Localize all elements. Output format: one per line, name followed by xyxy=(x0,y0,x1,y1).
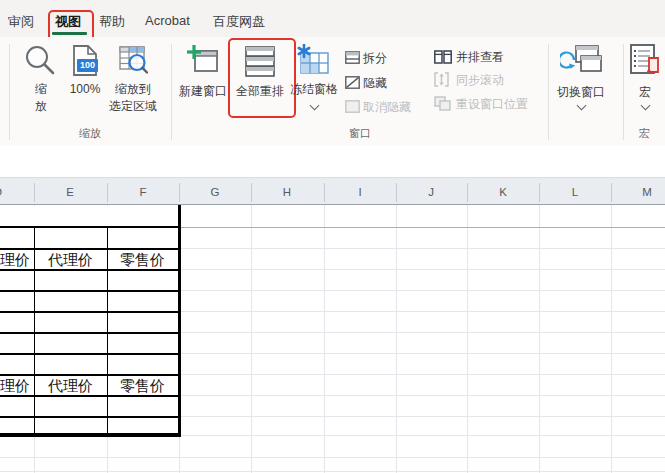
macros-icon xyxy=(629,44,661,76)
zoom-100-badge: 100 xyxy=(77,59,98,72)
group-label-macro: 宏 xyxy=(614,126,665,140)
sheet-cell-price-e[interactable]: 代理价 xyxy=(34,376,107,396)
switch-windows-label: 切换窗口 xyxy=(553,85,609,100)
column-header-j[interactable]: J xyxy=(411,186,451,198)
column-header-k[interactable]: K xyxy=(483,186,523,198)
group-label-zoom: 缩放 xyxy=(50,126,130,140)
column-header-i[interactable]: I xyxy=(340,186,380,198)
sync-scroll-icon xyxy=(434,72,451,87)
unhide-label: 取消隐藏 xyxy=(363,100,411,115)
gridline xyxy=(324,205,325,473)
group-label-window: 窗口 xyxy=(280,126,440,140)
column-header-d[interactable]: D xyxy=(0,186,18,198)
new-window-button[interactable]: 新建窗口 xyxy=(177,44,229,116)
tab-review[interactable]: 审阅 xyxy=(8,13,34,31)
gridline xyxy=(396,205,397,473)
freeze-panes-button[interactable]: 冻结窗格 xyxy=(288,44,340,116)
sheet-cell-price-f[interactable]: 零售价 xyxy=(107,376,178,396)
zoom-to-selection-button[interactable]: 缩放到 选定区域 xyxy=(104,44,162,116)
chevron-down-icon[interactable] xyxy=(577,101,587,111)
split-icon xyxy=(345,51,360,64)
switch-windows-button[interactable]: 切换窗口 xyxy=(553,44,609,116)
column-separator xyxy=(324,183,325,202)
column-separator xyxy=(467,183,468,202)
group-separator xyxy=(171,44,172,140)
zoom-to-selection-label: 选定区域 xyxy=(104,99,162,114)
zoom-button[interactable]: 缩 放 xyxy=(20,44,62,116)
side-by-side-label: 并排查看 xyxy=(456,50,504,65)
freeze-panes-icon xyxy=(297,44,329,75)
hide-label: 隐藏 xyxy=(363,76,387,91)
table-border-row xyxy=(0,332,178,334)
view-side-by-side-button[interactable]: 并排查看 xyxy=(433,49,543,65)
formula-bar-strip[interactable] xyxy=(0,146,665,178)
reset-window-position-icon xyxy=(434,96,451,111)
sheet-cell-price-e[interactable]: 代理价 xyxy=(34,250,107,270)
switch-windows-icon xyxy=(560,44,602,82)
annotation-box-arrange-all xyxy=(228,38,296,118)
gridline xyxy=(539,205,540,473)
table-border-row xyxy=(0,290,178,292)
column-header-f[interactable]: F xyxy=(123,186,163,198)
new-window-label: 新建窗口 xyxy=(177,84,229,99)
zoom-to-selection-label: 缩放到 xyxy=(104,82,162,97)
sheet-cell-price-d[interactable]: 理价 xyxy=(0,376,36,396)
zoom-100-label: 100% xyxy=(64,82,106,97)
hide-button[interactable]: 隐藏 xyxy=(344,75,416,91)
table-border-right-thick xyxy=(178,205,182,437)
group-separator xyxy=(9,44,10,140)
sync-scroll-button[interactable]: 同步滚动 xyxy=(433,72,543,88)
column-header-e[interactable]: E xyxy=(50,186,90,198)
gridline xyxy=(467,205,468,473)
chevron-down-icon[interactable] xyxy=(641,101,651,111)
side-by-side-icon xyxy=(434,50,452,64)
column-header-g[interactable]: G xyxy=(195,186,235,198)
macros-button[interactable]: 宏 xyxy=(626,44,664,116)
zoom-button-label: 放 xyxy=(20,99,62,114)
tab-help[interactable]: 帮助 xyxy=(99,13,125,31)
group-separator xyxy=(548,44,549,140)
zoom-100-button[interactable]: 100 100% xyxy=(64,44,106,116)
hide-icon xyxy=(345,76,360,89)
freeze-panes-label: 冻结窗格 xyxy=(288,82,340,97)
zoom-to-selection-icon xyxy=(118,44,148,74)
sheet-cell-price-d[interactable]: 理价 xyxy=(0,250,36,270)
sheet-cell-empty[interactable] xyxy=(0,206,177,227)
table-border-row xyxy=(0,416,178,418)
zoom-button-label: 缩 xyxy=(20,82,62,97)
reset-window-position-button[interactable]: 重设窗口位置 xyxy=(433,96,553,112)
new-window-icon xyxy=(186,44,220,76)
column-separator xyxy=(34,183,35,202)
column-header-h[interactable]: H xyxy=(267,186,307,198)
table-border-row xyxy=(0,311,178,313)
unhide-icon xyxy=(345,100,360,113)
column-separator xyxy=(396,183,397,202)
ribbon-tab-bar: 审阅 视图 帮助 Acrobat 百度网盘 xyxy=(0,0,665,37)
table-border-row xyxy=(0,353,178,355)
column-separator xyxy=(251,183,252,202)
column-header-l[interactable]: L xyxy=(555,186,595,198)
column-separator xyxy=(107,183,108,202)
table-border-bottom-thick xyxy=(0,433,181,437)
gridline xyxy=(0,457,665,458)
gridline xyxy=(611,205,612,473)
reset-window-position-label: 重设窗口位置 xyxy=(456,97,528,112)
gridline xyxy=(251,205,252,473)
tab-baidu-netdisk[interactable]: 百度网盘 xyxy=(213,13,265,31)
magnifier-icon xyxy=(23,44,57,78)
unhide-button[interactable]: 取消隐藏 xyxy=(344,99,416,115)
column-separator xyxy=(539,183,540,202)
macros-label: 宏 xyxy=(626,85,664,100)
sheet-cell-price-f[interactable]: 零售价 xyxy=(107,250,178,270)
table-border-top xyxy=(0,226,181,228)
column-separator xyxy=(611,183,612,202)
column-header-m[interactable]: M xyxy=(627,186,665,198)
tab-acrobat[interactable]: Acrobat xyxy=(145,13,190,28)
split-button[interactable]: 拆分 xyxy=(344,50,416,66)
split-label: 拆分 xyxy=(363,51,387,66)
gridline xyxy=(0,471,665,472)
chevron-down-icon[interactable] xyxy=(310,101,320,111)
sync-scroll-label: 同步滚动 xyxy=(456,73,504,88)
column-separator xyxy=(179,183,180,202)
